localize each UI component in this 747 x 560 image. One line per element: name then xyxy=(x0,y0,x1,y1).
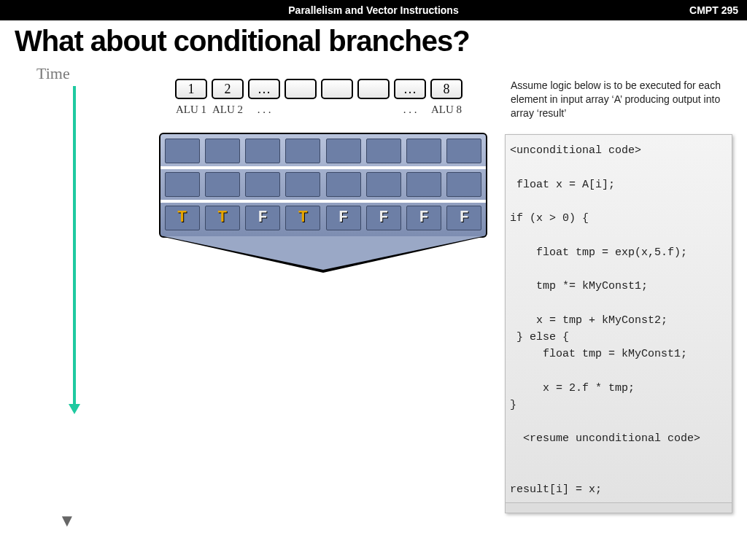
alu-box xyxy=(321,79,353,99)
mask-cell: T xyxy=(285,206,320,230)
nav-down-icon[interactable]: ▼ xyxy=(58,510,76,531)
alu-box: … xyxy=(248,79,280,99)
alu-label xyxy=(321,104,353,116)
alu-box: 1 xyxy=(175,79,207,99)
alu-label: . . . xyxy=(248,104,280,116)
pipeline-diagram: T T F T F F F F xyxy=(159,133,487,274)
alu-box: … xyxy=(394,79,426,99)
code-line: x = tmp + kMyConst2; xyxy=(510,312,727,329)
time-label: Time xyxy=(36,64,70,83)
pipeline-cell xyxy=(245,139,280,163)
pipeline-cell xyxy=(446,139,481,163)
alu-label xyxy=(357,104,390,116)
pipeline-cell xyxy=(285,172,320,197)
code-line: <unconditional code> xyxy=(510,142,727,159)
mask-cell: F xyxy=(446,206,481,230)
mask-cell: F xyxy=(406,206,441,230)
header-bar: Parallelism and Vector Instructions CMPT… xyxy=(0,0,747,20)
mask-cell: T xyxy=(165,206,200,230)
alu-label: ALU 1 xyxy=(175,104,207,116)
funnel-icon xyxy=(160,236,486,273)
pipeline-cell xyxy=(366,172,401,197)
code-line: tmp *= kMyConst1; xyxy=(510,278,727,295)
code-line: float x = A[i]; xyxy=(510,176,727,193)
mask-cell: F xyxy=(326,206,361,230)
mask-cell: F xyxy=(245,206,280,230)
alu-box: 8 xyxy=(430,79,462,99)
pipeline-cell xyxy=(165,172,200,197)
alu-label xyxy=(285,104,317,116)
code-line: float tmp = exp(x,5.f); xyxy=(510,244,727,261)
alu-label: ALU 2 xyxy=(212,104,244,116)
pipeline-cell xyxy=(165,139,200,163)
pipeline-cell xyxy=(406,172,441,197)
code-box: <unconditional code> float x = A[i]; if … xyxy=(505,134,732,513)
alu-box xyxy=(285,79,317,99)
alu-box-row: 1 2 … … 8 xyxy=(175,79,462,99)
code-line: } xyxy=(510,397,727,413)
time-arrow-icon xyxy=(67,86,82,414)
page-title: What about conditional branches? xyxy=(0,20,747,58)
alu-box xyxy=(357,79,390,99)
pipeline-cell xyxy=(406,139,441,163)
scrollbar-hint[interactable] xyxy=(506,502,732,513)
code-line: result[i] = x; xyxy=(510,481,727,498)
code-line: x = 2.f * tmp; xyxy=(510,380,727,397)
header-center: Parallelism and Vector Instructions xyxy=(288,4,458,16)
code-line: if (x > 0) { xyxy=(510,210,727,227)
code-line: float tmp = kMyConst1; xyxy=(510,346,727,362)
pipeline-cell xyxy=(366,139,401,163)
pipeline-cell xyxy=(326,139,361,163)
code-line: } else { xyxy=(510,329,727,346)
alu-label-row: ALU 1 ALU 2 . . . . . . ALU 8 xyxy=(175,104,462,116)
code-line: <resume unconditional code> xyxy=(510,430,727,447)
mask-cell: F xyxy=(366,206,401,230)
pipeline-cell xyxy=(285,139,320,163)
alu-label: . . . xyxy=(394,104,426,116)
tf-row: T T F T F F F F xyxy=(163,206,483,230)
pipeline-cell xyxy=(326,172,361,197)
pipeline-cell xyxy=(446,172,481,197)
svg-marker-1 xyxy=(69,404,80,414)
description-text: Assume logic below is to be executed for… xyxy=(511,79,729,120)
pipeline-cell xyxy=(245,172,280,197)
mask-cell: T xyxy=(205,206,240,230)
pipeline-cell xyxy=(205,172,240,197)
header-right: CMPT 295 xyxy=(689,4,738,16)
pipeline-cell xyxy=(205,139,240,163)
alu-label: ALU 8 xyxy=(430,104,462,116)
alu-box: 2 xyxy=(212,79,244,99)
